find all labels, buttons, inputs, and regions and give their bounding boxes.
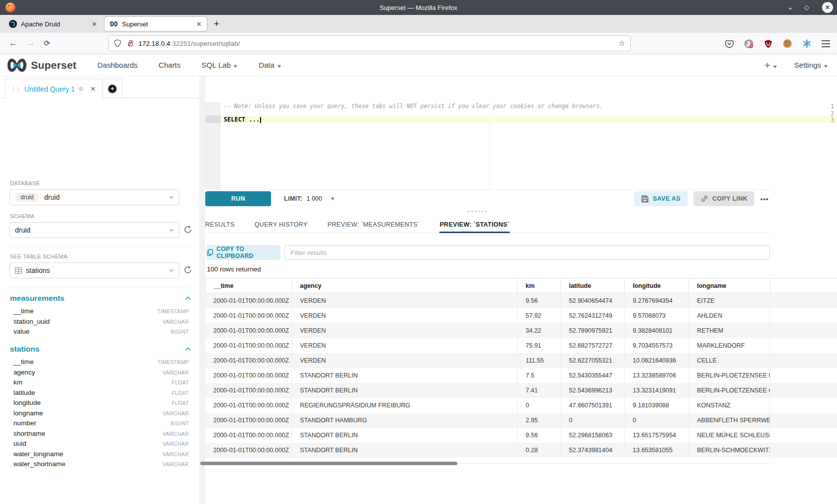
browser-tab-superset[interactable]: Superset ✕ <box>105 17 207 31</box>
link-icon <box>700 195 708 203</box>
schema-column-row: agencyVARCHAR <box>13 369 189 376</box>
table-header-latitude[interactable]: latitude <box>560 278 624 293</box>
results-tab-results[interactable]: RESULTS <box>205 217 235 233</box>
url-bar[interactable]: 172.18.0.4:32251/superset/sqllab/ ☆ <box>108 35 631 51</box>
schema-column-row: uuidVARCHAR <box>13 440 189 447</box>
table-cell: VERDEN <box>291 353 517 368</box>
table-row[interactable]: 2000-01-01T00:00:00.000ZREGIERUNGSPRÄSID… <box>205 398 837 413</box>
shield-icon[interactable] <box>114 39 122 47</box>
table-header-time[interactable]: __time <box>205 278 291 293</box>
cookie-icon[interactable] <box>783 39 792 48</box>
limit-dropdown[interactable]: LIMIT: 1 000 ▼ <box>284 195 334 202</box>
nav-charts[interactable]: Charts <box>158 61 180 69</box>
browser-tab-apache-druid[interactable]: Apache Druid ✕ <box>4 17 102 31</box>
superset-logo[interactable]: Superset <box>6 58 76 72</box>
run-button[interactable]: RUN <box>205 191 271 206</box>
chevron-down-icon: ▼ <box>276 64 282 69</box>
table-row[interactable]: 2000-01-01T00:00:00.000ZSTANDORT BERLIN0… <box>205 443 837 458</box>
refresh-table-icon[interactable] <box>183 265 193 275</box>
table-header-longname[interactable]: longname <box>689 278 770 293</box>
panel-divider[interactable] <box>199 76 205 504</box>
nav-data[interactable]: Data▼ <box>259 61 281 69</box>
window-minimize-icon[interactable]: ⌄ <box>787 3 793 11</box>
more-options-button[interactable]: ••• <box>760 195 770 203</box>
bookmark-star-icon[interactable]: ☆ <box>619 39 625 48</box>
pocket-icon[interactable] <box>725 39 734 48</box>
sql-comment-line: -- Note: Unless you save your query, the… <box>224 103 603 110</box>
results-tab-preview-measurements[interactable]: PREVIEW: `MEASUREMENTS` <box>327 217 419 233</box>
window-close-icon[interactable]: ✕ <box>822 2 833 13</box>
copy-to-clipboard-button[interactable]: COPY TO CLIPBOARD <box>207 245 280 260</box>
table-cell: RETHEM <box>689 323 770 338</box>
sql-editor[interactable]: 123 -- Note: Unless you save your query,… <box>205 102 837 189</box>
reload-icon[interactable]: ⟳ <box>44 39 50 48</box>
ublock-icon[interactable] <box>764 39 773 48</box>
table-header-agency[interactable]: agency <box>291 278 517 293</box>
table-cell-empty <box>770 383 837 398</box>
copy-link-button[interactable]: COPY LINK <box>694 191 755 206</box>
filter-results-input[interactable]: Filter results <box>284 245 770 260</box>
forward-icon[interactable]: → <box>26 38 35 48</box>
table-row[interactable]: 2000-01-01T00:00:00.000ZSTANDORT BERLIN7… <box>205 383 837 398</box>
limit-value: 1 000 <box>306 195 322 202</box>
table-header-km[interactable]: km <box>517 278 560 293</box>
add-query-tab-button[interactable]: + <box>103 79 123 98</box>
schema-select[interactable]: druid ▼ <box>9 222 179 238</box>
extension-asterisk-icon[interactable] <box>802 39 812 48</box>
url-text: 172.18.0.4:32251/superset/sqllab/ <box>139 40 240 47</box>
browser-tab-label: Apache Druid <box>21 20 60 28</box>
column-type: VARCHAR <box>162 461 189 467</box>
query-tab-close-icon[interactable]: ✕ <box>90 85 96 93</box>
results-tab-query-history[interactable]: QUERY HISTORY <box>255 217 307 233</box>
table-row[interactable]: 2000-01-01T00:00:00.000ZVERDEN57.9252.76… <box>205 308 837 323</box>
filter-placeholder: Filter results <box>290 249 327 256</box>
schema-column-row: latitudeFLOAT <box>13 389 189 396</box>
results-table: __timeagencykmlatitudelongitudelongname … <box>205 278 837 458</box>
refresh-schema-icon[interactable] <box>183 225 193 235</box>
column-type: VARCHAR <box>162 451 189 457</box>
query-tab[interactable]: ⋮⋮ Untitled Query 1 ✕ <box>5 79 103 99</box>
browser-tab-label: Superset <box>122 20 148 28</box>
nav-sql-lab[interactable]: SQL Lab▼ <box>202 61 238 69</box>
results-tab-preview-stations[interactable]: PREVIEW: `STATIONS` <box>439 217 509 233</box>
schema-section-measurements[interactable]: measurements <box>10 294 191 303</box>
table-cell: KONSTANZ <box>689 398 770 413</box>
table-row[interactable]: 2000-01-01T00:00:00.000ZVERDEN75.9152.68… <box>205 338 837 353</box>
table-select[interactable]: stations ▼ <box>9 262 179 278</box>
table-row[interactable]: 2000-01-01T00:00:00.000ZVERDEN9.5652.904… <box>205 293 837 308</box>
back-icon[interactable]: ← <box>9 38 17 48</box>
table-cell: STANDORT HAMBURG <box>291 413 517 428</box>
column-type: BIGINT <box>170 420 189 426</box>
column-name: shortname <box>13 430 45 437</box>
table-row[interactable]: 2000-01-01T00:00:00.000ZSTANDORT HAMBURG… <box>205 413 837 428</box>
drag-handle-icon[interactable]: ⋮⋮ <box>10 86 20 93</box>
table-header-longitude[interactable]: longitude <box>624 278 689 293</box>
line-number: 2 <box>831 110 834 117</box>
tab-close-icon[interactable]: ✕ <box>92 20 97 28</box>
table-row[interactable]: 2000-01-01T00:00:00.000ZVERDEN111.5552.6… <box>205 353 837 368</box>
settings-menu[interactable]: Settings▼ <box>794 61 828 69</box>
database-select[interactable]: druid druid ▼ <box>9 189 179 205</box>
add-new-button[interactable]: +▼ <box>765 60 777 71</box>
schema-section-stations[interactable]: stations <box>10 345 191 354</box>
nav-dashboards[interactable]: Dashboards <box>97 61 138 69</box>
window-restore-icon[interactable]: ◇ <box>804 3 809 11</box>
table-cell: 2000-01-01T00:00:00.000Z <box>205 443 291 458</box>
new-tab-button[interactable]: + <box>214 18 219 29</box>
column-name: uuid <box>13 440 26 447</box>
lock-insecure-icon[interactable] <box>127 39 135 47</box>
hamburger-menu-icon[interactable] <box>822 40 830 47</box>
table-row[interactable]: 2000-01-01T00:00:00.000ZSTANDORT BERLIN9… <box>205 428 837 443</box>
tab-close-icon[interactable]: ✕ <box>196 20 202 28</box>
table-icon <box>15 267 22 274</box>
horizontal-scrollbar[interactable] <box>200 462 457 465</box>
schema-column-row: valueBIGINT <box>13 328 189 335</box>
chevron-up-icon[interactable] <box>185 296 191 300</box>
account-icon[interactable]: ✕ <box>744 39 754 49</box>
table-row[interactable]: 2000-01-01T00:00:00.000ZSTANDORT BERLIN7… <box>205 368 837 383</box>
chevron-up-icon[interactable] <box>185 347 191 351</box>
save-as-button[interactable]: SAVE AS <box>634 191 688 206</box>
schema-section-title: measurements <box>10 294 64 303</box>
panel-resize-grip[interactable] <box>463 210 491 213</box>
table-row[interactable]: 2000-01-01T00:00:00.000ZVERDEN34.2252.78… <box>205 323 837 338</box>
